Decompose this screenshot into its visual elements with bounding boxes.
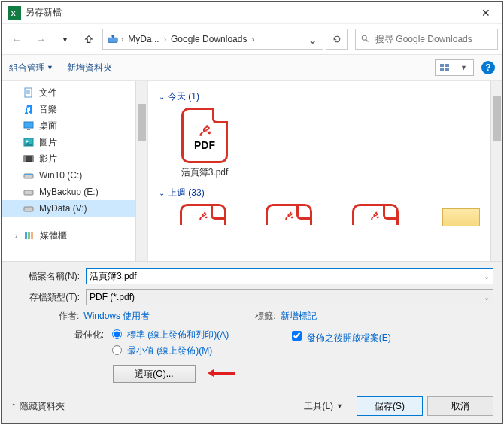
- save-button[interactable]: 儲存(S): [357, 396, 423, 416]
- chevron-down-icon[interactable]: ⌄: [484, 293, 490, 302]
- svg-rect-8: [445, 68, 449, 71]
- drive-icon: [23, 202, 35, 214]
- help-button[interactable]: ?: [481, 61, 495, 74]
- drive-icon: [23, 169, 35, 181]
- tools-menu[interactable]: 工具(L) ▼: [304, 400, 343, 413]
- file-name: 活頁簿3.pdf: [181, 166, 229, 179]
- chevron-right-icon: ›: [250, 35, 255, 44]
- search-icon: [360, 32, 371, 46]
- tags-label: 標籤:: [255, 310, 275, 323]
- tree-item-documents[interactable]: 文件: [2, 84, 147, 101]
- tree-item-drive-c[interactable]: Win10 (C:): [2, 167, 147, 184]
- breadcrumb-dropdown[interactable]: ⌄: [305, 32, 320, 47]
- close-button[interactable]: ✕: [469, 2, 502, 24]
- author-value[interactable]: Windows 使用者: [83, 310, 150, 323]
- svg-point-3: [362, 35, 366, 40]
- svg-rect-25: [28, 232, 30, 239]
- tree-item-desktop[interactable]: 桌面: [2, 117, 147, 134]
- drive-icon: [23, 186, 35, 198]
- group-lastweek[interactable]: ⌄上週 (33): [159, 187, 493, 199]
- file-item[interactable]: ዾ: [343, 204, 408, 225]
- svg-rect-9: [25, 88, 32, 97]
- annotation-arrow: [208, 369, 235, 377]
- open-after-checkbox[interactable]: 發佈之後開啟檔案(E): [289, 329, 390, 345]
- hide-folders-toggle[interactable]: ⌃隱藏資料夾: [11, 400, 65, 413]
- search-box[interactable]: [355, 29, 498, 50]
- file-list[interactable]: ⌄今天 (1) ዾPDF 活頁簿3.pdf ⌄上週 (33) ዾ ዾ ዾ: [148, 81, 502, 261]
- tree-item-pictures[interactable]: 圖片: [2, 134, 147, 150]
- filename-input[interactable]: 活頁簿3.pdf⌄: [86, 268, 493, 284]
- tags-value[interactable]: 新增標記: [281, 310, 317, 323]
- chevron-down-icon[interactable]: ⌄: [484, 272, 490, 281]
- tree-item-drive-v[interactable]: MyData (V:): [2, 200, 147, 217]
- music-icon: [23, 103, 35, 115]
- refresh-button[interactable]: [326, 29, 348, 50]
- forward-button[interactable]: →: [30, 29, 51, 49]
- address-bar: ← → ▾ › MyDa... › Google Downloads › ⌄: [2, 24, 502, 54]
- svg-rect-18: [24, 156, 26, 162]
- pdf-icon: ዾ: [352, 204, 399, 225]
- chevron-down-icon: ⌄: [159, 189, 165, 197]
- pdf-icon: ዾPDF: [181, 108, 228, 163]
- tree-item-music[interactable]: 音樂: [2, 101, 147, 117]
- back-button[interactable]: ←: [6, 29, 27, 49]
- chevron-down-icon: ⌄: [159, 93, 165, 101]
- pdf-icon: ዾ: [266, 204, 312, 225]
- view-switcher[interactable]: ▼: [435, 59, 474, 76]
- cancel-button[interactable]: 取消: [427, 396, 493, 416]
- group-today[interactable]: ⌄今天 (1): [159, 90, 493, 103]
- file-item[interactable]: [429, 204, 493, 226]
- file-item[interactable]: ዾPDF 活頁簿3.pdf: [171, 108, 238, 179]
- optimize-standard-radio[interactable]: 標準 (線上發佈和列印)(A): [108, 329, 229, 342]
- search-input[interactable]: [374, 33, 493, 45]
- svg-line-4: [366, 40, 369, 42]
- tree-item-drive-e[interactable]: MyBackup (E:): [2, 184, 147, 200]
- svg-rect-7: [440, 68, 444, 71]
- author-label: 作者:: [59, 310, 79, 323]
- desktop-icon: [23, 120, 35, 132]
- chevron-right-icon: ›: [120, 35, 125, 44]
- nav-tree[interactable]: 文件 音樂 桌面 圖片 影片 Win10 (C:) MyBackup (E:) …: [2, 81, 148, 261]
- breadcrumb-item[interactable]: Google Downloads: [168, 34, 250, 44]
- up-button[interactable]: [78, 29, 99, 49]
- new-folder-button[interactable]: 新增資料夾: [67, 62, 112, 74]
- drive-icon: [106, 34, 120, 44]
- picture-icon: [23, 136, 35, 148]
- library-icon: [23, 229, 35, 241]
- excel-icon: X: [8, 6, 21, 20]
- view-icons-button[interactable]: [435, 59, 454, 76]
- toolbar: 組合管理 ▼ 新增資料夾 ▼ ?: [2, 54, 502, 81]
- breadcrumb[interactable]: › MyDa... › Google Downloads › ⌄: [102, 29, 323, 50]
- chevron-right-icon: ›: [162, 35, 168, 44]
- svg-rect-13: [24, 122, 33, 128]
- chevron-right-icon[interactable]: ›: [15, 232, 17, 240]
- folder-icon: [442, 208, 480, 226]
- titlebar: X 另存新檔 ✕: [2, 2, 502, 24]
- optimize-minimum-radio[interactable]: 最小值 (線上發佈)(M): [108, 345, 229, 357]
- organize-menu[interactable]: 組合管理 ▼: [9, 62, 53, 74]
- tree-item-videos[interactable]: 影片: [2, 150, 147, 167]
- breadcrumb-item[interactable]: MyDa...: [125, 34, 162, 44]
- view-dropdown[interactable]: ▼: [454, 59, 474, 76]
- optimize-label: 最佳化:: [11, 329, 108, 342]
- pdf-icon: ዾ: [180, 204, 226, 225]
- document-icon: [23, 87, 35, 99]
- save-options-panel: 檔案名稱(N): 活頁簿3.pdf⌄ 存檔類型(T): PDF (*.pdf)⌄…: [2, 261, 502, 423]
- svg-text:X: X: [11, 9, 16, 17]
- svg-rect-26: [31, 232, 33, 239]
- file-item[interactable]: ዾ: [171, 204, 235, 225]
- tree-item-libraries[interactable]: ›媒體櫃: [2, 227, 147, 244]
- filename-label: 檔案名稱(N):: [11, 270, 86, 283]
- history-dropdown[interactable]: ▾: [54, 29, 75, 49]
- video-icon: [23, 153, 35, 165]
- window-title: 另存新檔: [26, 6, 469, 19]
- svg-rect-22: [24, 190, 33, 195]
- tree-scrollbar[interactable]: [135, 81, 147, 261]
- file-item[interactable]: ዾ: [257, 204, 321, 225]
- file-scrollbar[interactable]: [490, 81, 502, 261]
- filetype-select[interactable]: PDF (*.pdf)⌄: [86, 289, 493, 305]
- options-button[interactable]: 選項(O)...: [113, 365, 196, 383]
- filetype-label: 存檔類型(T):: [11, 291, 86, 304]
- svg-rect-6: [445, 64, 449, 67]
- chevron-up-icon: ⌃: [11, 402, 17, 411]
